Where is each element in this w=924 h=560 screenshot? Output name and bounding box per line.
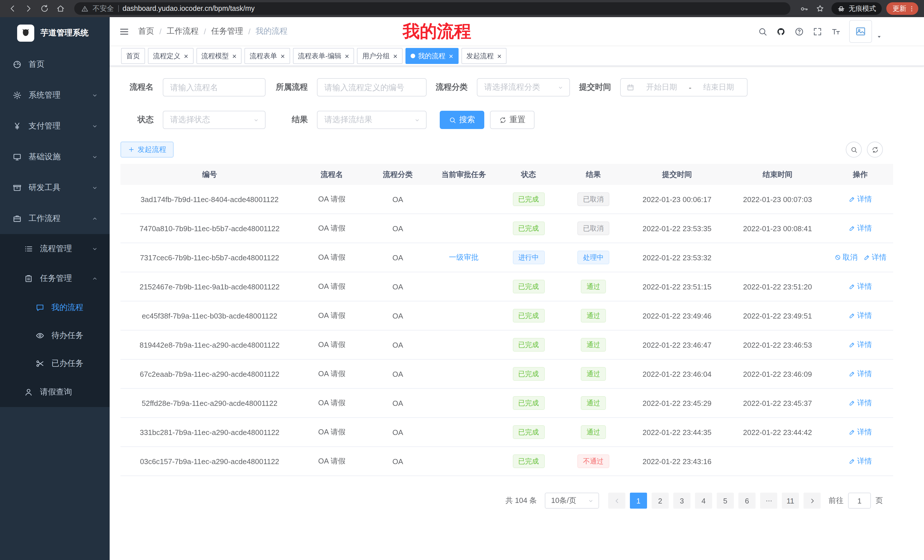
warning-icon (81, 5, 88, 12)
refresh-table-button[interactable] (867, 142, 883, 157)
user-icon (24, 388, 33, 397)
status-select[interactable]: 请选择状态 (163, 111, 266, 129)
hide-search-button[interactable] (846, 142, 862, 157)
star-icon[interactable] (813, 2, 827, 15)
chevron-left-icon (613, 497, 621, 505)
search-button[interactable]: 搜索 (440, 111, 484, 129)
sidebar-item-todo-tasks[interactable]: 待办任务 (0, 321, 110, 349)
key-icon[interactable] (797, 2, 811, 15)
result-select[interactable]: 请选择流结果 (317, 111, 427, 129)
reload-icon[interactable] (38, 2, 51, 15)
font-size-icon[interactable] (831, 27, 841, 36)
back-icon[interactable] (6, 2, 20, 15)
tab-my-process[interactable]: 我的流程× (405, 48, 458, 64)
kebab-menu-icon[interactable] (908, 5, 915, 12)
close-icon[interactable]: × (232, 52, 236, 60)
search-icon[interactable] (758, 27, 768, 36)
fullscreen-icon[interactable] (813, 27, 822, 36)
forward-icon[interactable] (22, 2, 35, 15)
sidebar-item-my-process[interactable]: 我的流程 (0, 293, 110, 321)
sidebar-item-workflow[interactable]: 工作流程 (0, 203, 110, 234)
close-icon[interactable]: × (184, 52, 188, 60)
sidebar-item-done-tasks[interactable]: 已办任务 (0, 349, 110, 377)
tab-start-process[interactable]: 发起流程× (461, 48, 507, 64)
pagination-next[interactable] (804, 493, 820, 509)
tab-user-group[interactable]: 用户分组× (357, 48, 403, 64)
submit-time-range-picker[interactable]: 开始日期 - 结束日期 (620, 78, 747, 96)
detail-link[interactable]: 详情 (849, 369, 872, 379)
breadcrumb-item[interactable]: 任务管理 (211, 26, 243, 36)
breadcrumb-item[interactable]: 首页 (138, 26, 154, 36)
process-name-input[interactable] (163, 78, 266, 96)
pagination-page-2[interactable]: 2 (652, 493, 669, 509)
tab-process-model[interactable]: 流程模型× (196, 48, 242, 64)
user-avatar[interactable] (849, 20, 872, 43)
detail-link[interactable]: 详情 (849, 223, 872, 234)
help-icon[interactable] (794, 27, 804, 36)
pagination-page-3[interactable]: 3 (673, 493, 690, 509)
detail-link[interactable]: 详情 (849, 310, 872, 321)
breadcrumb-item[interactable]: 工作流程 (167, 26, 199, 36)
filter-category: 流程分类 请选择流程分类 (436, 78, 570, 96)
page-size-select[interactable]: 10条/页 (545, 493, 599, 509)
tab-label: 首页 (126, 51, 140, 61)
close-icon[interactable]: × (345, 52, 349, 60)
pagination-prev[interactable] (608, 493, 626, 509)
home-icon[interactable] (54, 2, 68, 15)
cell-current-task (430, 301, 497, 330)
table-row: 67c2eaab-7b9a-11ec-a290-acde48001122OA 请… (120, 359, 893, 388)
pagination-page-1[interactable]: 1 (630, 493, 647, 509)
sidebar-item-leave-query[interactable]: 请假查询 (0, 377, 110, 407)
pagination-page-11[interactable]: 11 (782, 493, 799, 509)
tab-process-definition[interactable]: 流程定义× (148, 48, 193, 64)
detail-link[interactable]: 详情 (849, 194, 872, 204)
sidebar-item-process-management[interactable]: 流程管理 (0, 234, 110, 264)
detail-link[interactable]: 详情 (849, 427, 872, 437)
tab-home[interactable]: 首页 (121, 48, 145, 64)
detail-link[interactable]: 详情 (849, 398, 872, 408)
sidebar-item-home[interactable]: 首页 (0, 49, 110, 80)
cancel-link[interactable]: 取消 (834, 252, 858, 263)
result-tag: 不通过 (578, 454, 609, 468)
url-text: dashboard.yudao.iocoder.cn/bpm/task/my (123, 4, 255, 13)
caret-down-icon[interactable] (876, 34, 882, 40)
sidebar-item-task-management[interactable]: 任务管理 (0, 264, 110, 293)
close-icon[interactable]: × (497, 52, 501, 60)
sidebar-item-payment-management[interactable]: 支付管理 (0, 111, 110, 142)
category-select[interactable]: 请选择流程分类 (477, 78, 570, 96)
close-icon[interactable]: × (449, 52, 453, 60)
security-label[interactable]: 不安全 (93, 4, 114, 13)
approval-task-link[interactable]: 一级审批 (449, 252, 478, 263)
cell-current-task (430, 330, 497, 359)
cell-result: 通过 (560, 388, 627, 418)
sidebar-item-dev-tools[interactable]: 研发工具 (0, 172, 110, 203)
sidebar-item-infrastructure[interactable]: 基础设施 (0, 142, 110, 172)
close-icon[interactable]: × (280, 52, 285, 60)
detail-link[interactable]: 详情 (849, 281, 872, 292)
pagination-more[interactable] (760, 493, 777, 509)
cell-current-task (430, 359, 497, 388)
app-logo[interactable]: 芋道管理系统 (0, 17, 110, 49)
close-icon[interactable]: × (393, 52, 398, 60)
pagination-page-6[interactable]: 6 (738, 493, 756, 509)
reset-button[interactable]: 重置 (490, 111, 534, 129)
detail-link[interactable]: 详情 (849, 340, 872, 350)
address-bar[interactable]: 不安全 dashboard.yudao.iocoder.cn/bpm/task/… (74, 2, 790, 15)
process-def-input[interactable] (317, 78, 427, 96)
pagination-page-5[interactable]: 5 (717, 493, 734, 509)
update-button[interactable]: 更新 (886, 2, 918, 15)
create-process-label: 发起流程 (138, 145, 166, 154)
hamburger-icon[interactable] (119, 26, 130, 37)
tab-process-form-edit[interactable]: 流程表单-编辑× (293, 48, 354, 64)
sidebar-item-label: 系统管理 (28, 90, 92, 100)
tab-process-form[interactable]: 流程表单× (244, 48, 290, 64)
create-process-button[interactable]: 发起流程 (120, 142, 174, 157)
github-icon[interactable] (776, 27, 786, 36)
edit-icon (849, 283, 855, 290)
sidebar-item-system-management[interactable]: 系统管理 (0, 80, 110, 111)
pagination-page-4[interactable]: 4 (695, 493, 712, 509)
select-placeholder: 请选择流结果 (324, 115, 372, 125)
goto-page-input[interactable] (848, 493, 871, 509)
detail-link[interactable]: 详情 (849, 456, 872, 466)
detail-link[interactable]: 详情 (863, 252, 886, 263)
